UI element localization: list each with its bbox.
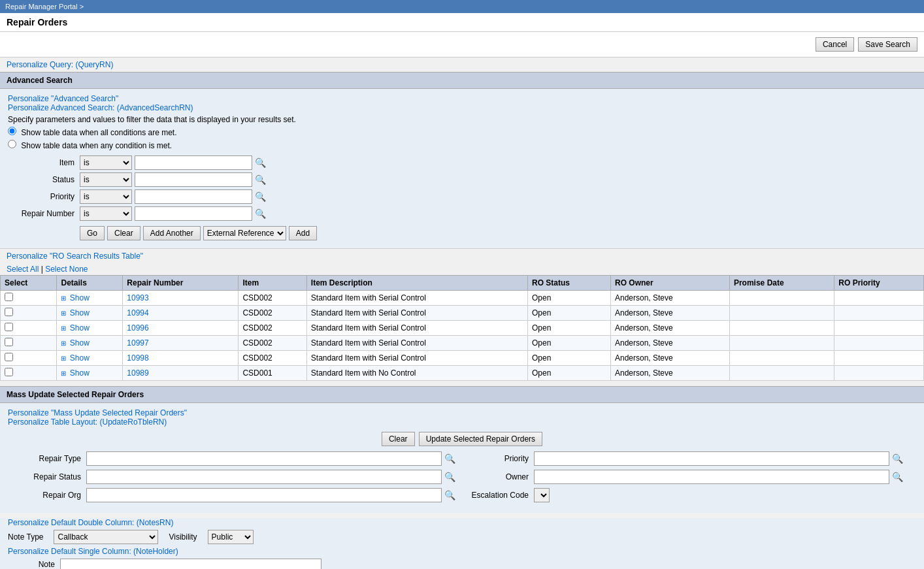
repair-type-input[interactable] (86, 451, 442, 466)
row-checkbox[interactable] (5, 368, 13, 376)
select-all-link[interactable]: Select All (7, 265, 39, 274)
external-ref-select[interactable]: External Reference (203, 226, 286, 240)
row-owner-cell: Anderson, Steve (610, 291, 729, 306)
repair-status-field: Repair Status 🔍 (21, 470, 455, 484)
personalize-mass-update-link[interactable]: Personalize "Mass Update Selected Repair… (8, 408, 916, 417)
escalation-code-field: Escalation Code (469, 488, 903, 502)
row-status-cell: Open (527, 321, 610, 336)
row-owner-cell: Anderson, Steve (610, 351, 729, 366)
owner-search-icon[interactable]: 🔍 (892, 472, 903, 482)
personalize-advanced-search-rn-link[interactable]: Personalize Advanced Search: (AdvancedSe… (8, 103, 916, 112)
personalize-ro-table-link[interactable]: Personalize "RO Search Results Table" (7, 252, 143, 261)
repair-number-link[interactable]: 10996 (127, 323, 148, 333)
table-row: ⊞ Show 10989 CSD001 Standard Item with N… (1, 366, 924, 381)
repair-number-condition-select[interactable]: isis notcontains (80, 206, 132, 221)
personalize-advanced-search-link[interactable]: Personalize "Advanced Search" (8, 94, 916, 103)
table-row: ⊞ Show 10996 CSD002 Standard Item with S… (1, 321, 924, 336)
row-description-cell: Standard Item with Serial Control (306, 336, 527, 351)
repair-status-search-icon[interactable]: 🔍 (444, 472, 455, 482)
note-label: Note (8, 560, 60, 569)
repair-type-search-icon[interactable]: 🔍 (444, 453, 455, 464)
row-priority-cell (834, 321, 924, 336)
row-checkbox[interactable] (5, 293, 13, 301)
row-select-cell (1, 321, 57, 336)
row-status-cell: Open (527, 351, 610, 366)
row-owner-cell: Anderson, Steve (610, 306, 729, 321)
mass-clear-button[interactable]: Clear (382, 432, 415, 446)
repair-number-link[interactable]: 10997 (127, 338, 148, 348)
priority-condition-select[interactable]: isis notcontains (80, 189, 132, 204)
item-value-input[interactable] (135, 155, 252, 170)
adv-clear-button[interactable]: Clear (107, 226, 140, 240)
repair-org-input[interactable] (86, 488, 442, 502)
radio-any-condition-label: Show table data when any condition is me… (21, 141, 172, 150)
repair-number-link[interactable]: 10994 (127, 308, 148, 317)
priority-search-icon[interactable]: 🔍 (255, 191, 266, 202)
results-table-wrapper: Select Details Repair Number Item Item D… (0, 275, 924, 381)
repair-status-input[interactable] (86, 470, 442, 484)
note-type-select[interactable]: Callback Action Resolution Other (54, 530, 158, 544)
show-link[interactable]: Show (70, 293, 90, 302)
status-search-icon[interactable]: 🔍 (255, 174, 266, 185)
visibility-select[interactable]: Public Private (208, 530, 254, 544)
priority-value-input[interactable] (135, 189, 252, 204)
personalize-layout-link[interactable]: Personalize Table Layout: (UpdateRoTbleR… (8, 417, 916, 427)
repair-number-link[interactable]: 10998 (127, 353, 148, 363)
show-link[interactable]: Show (70, 323, 90, 333)
item-search-icon[interactable]: 🔍 (255, 157, 266, 168)
row-checkbox[interactable] (5, 308, 13, 316)
note-textarea[interactable] (60, 559, 322, 569)
row-select-cell (1, 351, 57, 366)
col-promise-date: Promise Date (729, 276, 834, 291)
select-none-link[interactable]: Select None (45, 265, 88, 274)
personalize-notes-single-link[interactable]: Personalize Default Single Column: (Note… (8, 547, 178, 556)
row-repair-number-cell: 10997 (123, 336, 239, 351)
add-another-button[interactable]: Add Another (143, 226, 201, 240)
row-details-cell: ⊞ Show (57, 321, 123, 336)
show-link[interactable]: Show (70, 308, 90, 317)
owner-label: Owner (469, 472, 534, 481)
escalation-code-select[interactable] (534, 488, 550, 502)
row-checkbox[interactable] (5, 338, 13, 346)
repair-status-label: Repair Status (21, 472, 86, 481)
repair-number-value-input[interactable] (135, 206, 252, 221)
row-description-cell: Standard Item with No Control (306, 366, 527, 381)
repair-number-search-icon[interactable]: 🔍 (255, 208, 266, 219)
save-search-button[interactable]: Save Search (858, 37, 917, 52)
add-button[interactable]: Add (289, 226, 317, 240)
breadcrumb: Repair Manager Portal > (5, 3, 84, 10)
owner-input[interactable] (534, 470, 889, 484)
mass-priority-input[interactable] (534, 451, 889, 466)
repair-number-link[interactable]: 10989 (127, 368, 148, 378)
repair-org-search-icon[interactable]: 🔍 (444, 490, 455, 500)
row-select-cell (1, 291, 57, 306)
table-row: ⊞ Show 10993 CSD002 Standard Item with S… (1, 291, 924, 306)
mass-priority-field: Priority 🔍 (469, 451, 903, 466)
show-link[interactable]: Show (70, 353, 90, 363)
note-holder-row: Note (8, 559, 916, 569)
notes-section: Personalize Default Double Column: (Note… (0, 518, 924, 569)
mass-priority-search-icon[interactable]: 🔍 (892, 453, 903, 464)
show-link[interactable]: Show (70, 368, 90, 378)
table-row: ⊞ Show 10997 CSD002 Standard Item with S… (1, 336, 924, 351)
mass-update-links: Personalize "Mass Update Selected Repair… (8, 408, 916, 427)
row-owner-cell: Anderson, Steve (610, 336, 729, 351)
repair-number-link[interactable]: 10993 (127, 293, 148, 302)
status-condition-select[interactable]: isis notcontains (80, 172, 132, 187)
radio-any-condition-input[interactable] (8, 140, 16, 148)
field-row-item: Item isis notcontains 🔍 (8, 155, 916, 170)
row-checkbox[interactable] (5, 323, 13, 331)
field-row-priority: Priority isis notcontains 🔍 (8, 189, 916, 204)
go-button[interactable]: Go (80, 226, 105, 240)
row-checkbox[interactable] (5, 353, 13, 361)
cancel-button[interactable]: Cancel (816, 37, 854, 52)
personalize-query-link[interactable]: Personalize Query: (QueryRN) (7, 60, 113, 69)
personalize-notes-double-link[interactable]: Personalize Default Double Column: (Note… (8, 518, 173, 527)
radio-all-conditions-input[interactable] (8, 127, 16, 135)
col-item: Item (239, 276, 306, 291)
update-selected-button[interactable]: Update Selected Repair Orders (419, 432, 542, 446)
item-condition-select[interactable]: isis notcontains (80, 155, 132, 170)
show-link[interactable]: Show (70, 338, 90, 348)
status-value-input[interactable] (135, 172, 252, 187)
col-ro-status: RO Status (527, 276, 610, 291)
